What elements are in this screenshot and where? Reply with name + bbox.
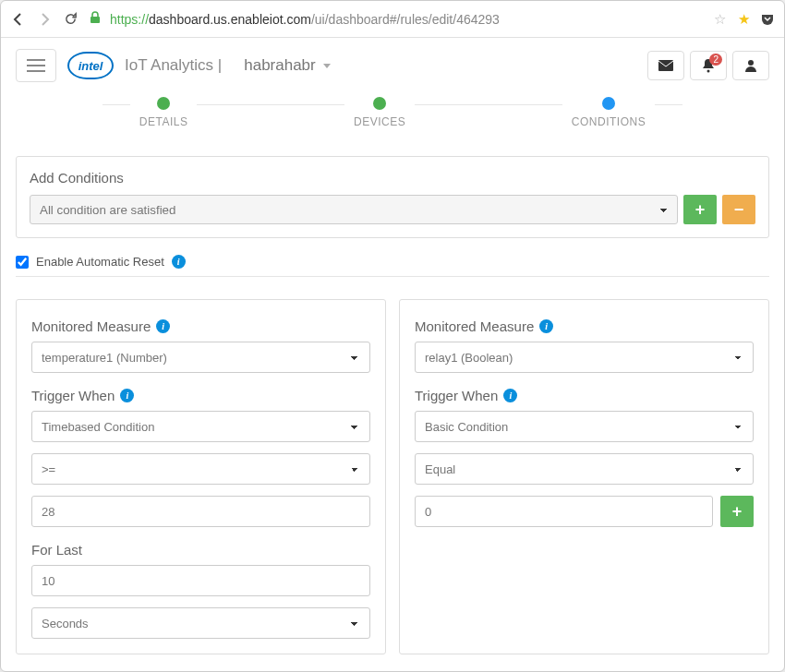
condition-card: Monitored Measure i relay1 (Boolean) Tri… bbox=[399, 299, 769, 654]
step-label: DETAILS bbox=[139, 115, 188, 128]
field-label: Trigger When i bbox=[415, 388, 754, 403]
auto-reset-label: Enable Automatic Reset bbox=[36, 255, 164, 269]
step-dot-icon bbox=[373, 97, 386, 110]
url-path: /ui/dashboard#/rules/edit/464293 bbox=[311, 12, 500, 27]
add-condition-button[interactable]: + bbox=[683, 195, 717, 224]
account-name: habrahabr bbox=[244, 56, 316, 75]
monitored-measure-select[interactable]: temperature1 (Number) bbox=[31, 342, 370, 373]
reload-button[interactable] bbox=[60, 9, 80, 30]
threshold-input[interactable] bbox=[31, 496, 370, 527]
condition-cards: Monitored Measure i temperature1 (Number… bbox=[16, 299, 769, 654]
svg-rect-0 bbox=[91, 17, 100, 23]
step-conditions[interactable]: CONDITIONS bbox=[562, 97, 655, 128]
monitored-measure-select[interactable]: relay1 (Boolean) bbox=[415, 342, 754, 373]
step-devices[interactable]: DEVICES bbox=[344, 97, 415, 128]
step-dot-icon bbox=[157, 97, 170, 110]
operator-select[interactable]: >= bbox=[31, 453, 370, 485]
messages-button[interactable] bbox=[647, 51, 684, 80]
field-label: Monitored Measure i bbox=[415, 318, 754, 334]
step-label: CONDITIONS bbox=[572, 115, 646, 128]
favorite-star-icon[interactable]: ★ bbox=[734, 10, 753, 29]
auto-reset-row: Enable Automatic Reset i bbox=[16, 255, 769, 269]
info-icon[interactable]: i bbox=[172, 255, 186, 269]
add-value-button[interactable]: + bbox=[720, 496, 754, 527]
account-switcher[interactable]: habrahabr bbox=[244, 56, 331, 75]
add-conditions-panel: Add Conditions All condition are satisfi… bbox=[16, 156, 769, 238]
app-header: intel IoT Analytics | habrahabr 2 bbox=[1, 38, 784, 93]
wizard-stepper: DETAILS DEVICES CONDITIONS bbox=[1, 93, 784, 143]
back-button[interactable] bbox=[8, 9, 29, 30]
step-dot-icon bbox=[602, 97, 615, 110]
profile-button[interactable] bbox=[732, 51, 769, 80]
info-icon[interactable]: i bbox=[539, 319, 553, 333]
auto-reset-checkbox[interactable] bbox=[16, 256, 29, 269]
info-icon[interactable]: i bbox=[503, 389, 517, 402]
app-title: IoT Analytics | bbox=[125, 56, 222, 75]
remove-condition-button[interactable]: − bbox=[722, 195, 755, 224]
step-label: DEVICES bbox=[354, 115, 405, 128]
field-label: Trigger When i bbox=[31, 388, 370, 403]
svg-point-2 bbox=[707, 70, 710, 73]
chevron-down-icon bbox=[323, 64, 331, 68]
forward-button[interactable] bbox=[34, 9, 54, 30]
intel-logo: intel bbox=[67, 52, 114, 79]
for-last-value-input[interactable] bbox=[31, 565, 370, 596]
condition-mode-select[interactable]: All condition are satisfied bbox=[30, 195, 678, 224]
info-icon[interactable]: i bbox=[156, 319, 170, 333]
svg-rect-1 bbox=[658, 60, 673, 71]
condition-type-select[interactable]: Basic Condition bbox=[415, 411, 754, 442]
browser-window: https://dashboard.us.enableiot.com/ui/da… bbox=[0, 0, 785, 672]
field-label: Monitored Measure i bbox=[31, 318, 370, 334]
notification-badge: 2 bbox=[709, 54, 722, 66]
condition-card: Monitored Measure i temperature1 (Number… bbox=[16, 299, 386, 654]
url-text[interactable]: https://dashboard.us.enableiot.com/ui/da… bbox=[106, 12, 705, 27]
info-icon[interactable]: i bbox=[120, 389, 134, 402]
menu-toggle[interactable] bbox=[16, 49, 56, 82]
operator-select[interactable]: Equal bbox=[415, 453, 754, 485]
for-last-unit-select[interactable]: Seconds bbox=[31, 607, 370, 639]
divider bbox=[16, 276, 769, 277]
condition-type-select[interactable]: Timebased Condition bbox=[31, 411, 370, 442]
panel-title: Add Conditions bbox=[30, 170, 755, 186]
browser-urlbar: https://dashboard.us.enableiot.com/ui/da… bbox=[1, 1, 784, 38]
threshold-input[interactable] bbox=[415, 496, 713, 527]
step-details[interactable]: DETAILS bbox=[130, 97, 198, 128]
field-label: For Last bbox=[31, 542, 370, 558]
pocket-icon[interactable] bbox=[758, 10, 777, 29]
bookmark-star-icon[interactable]: ☆ bbox=[710, 10, 729, 29]
url-host: dashboard.us.enableiot.com bbox=[149, 12, 311, 27]
notifications-button[interactable]: 2 bbox=[690, 51, 727, 80]
svg-point-3 bbox=[748, 60, 754, 66]
lock-icon bbox=[90, 11, 101, 27]
url-scheme: https:// bbox=[110, 12, 149, 27]
